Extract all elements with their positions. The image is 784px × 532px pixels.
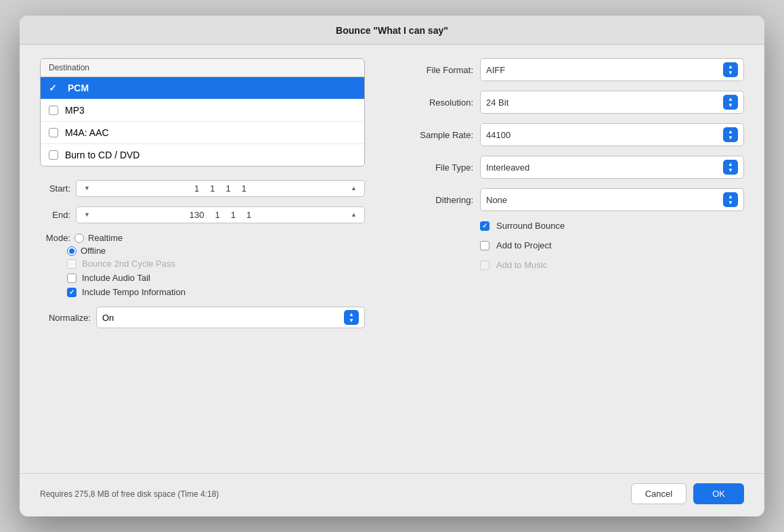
m4a-checkbox[interactable] xyxy=(49,128,58,137)
dith-up-icon: ▲ xyxy=(728,194,733,200)
file-type-label: File Type: xyxy=(392,162,473,173)
normalize-select[interactable]: On ▲ ▼ xyxy=(96,307,365,328)
offline-label: Offline xyxy=(81,246,106,256)
resolution-label: Resolution: xyxy=(392,97,473,108)
res-up-icon: ▲ xyxy=(728,97,733,102)
burncd-label: Burn to CD / DVD xyxy=(65,150,139,160)
file-format-label: File Format: xyxy=(392,65,473,75)
sr-up-icon: ▲ xyxy=(728,129,733,135)
include-audio-tail-row: Include Audio Tail xyxy=(67,273,365,283)
resolution-row: Resolution: 24 Bit ▲ ▼ xyxy=(392,91,744,114)
bounce-2nd-row: Bounce 2nd Cycle Pass xyxy=(67,259,365,269)
add-to-music-checkbox[interactable] xyxy=(480,261,489,270)
pcm-checkmark: ✓ xyxy=(49,83,61,93)
file-type-value: Interleaved xyxy=(486,162,529,173)
ok-button[interactable]: OK xyxy=(693,483,744,504)
destination-row-mp3[interactable]: MP3 xyxy=(41,99,364,122)
sr-down-icon: ▼ xyxy=(728,135,733,141)
ff-down-icon: ▼ xyxy=(728,70,733,76)
normalize-label: Normalize: xyxy=(40,313,91,323)
destination-row-m4a[interactable]: M4A: AAC xyxy=(41,122,364,144)
surround-bounce-label: Surround Bounce xyxy=(496,221,565,231)
bounce-2nd-label: Bounce 2nd Cycle Pass xyxy=(82,259,175,269)
res-down-icon: ▼ xyxy=(728,103,733,108)
add-to-project-row: Add to Project xyxy=(480,240,744,250)
start-value: 1 1 1 1 xyxy=(194,183,246,194)
pcm-label: PCM xyxy=(68,83,89,93)
include-tempo-label: Include Tempo Information xyxy=(82,287,186,297)
sample-rate-select[interactable]: 44100 ▲ ▼ xyxy=(480,123,744,146)
file-format-row: File Format: AIFF ▲ ▼ xyxy=(392,58,744,81)
dithering-label: Dithering: xyxy=(392,195,473,205)
dithering-stepper[interactable]: ▲ ▼ xyxy=(723,192,738,207)
resolution-select[interactable]: 24 Bit ▲ ▼ xyxy=(480,91,744,114)
dithering-select[interactable]: None ▲ ▼ xyxy=(480,188,744,211)
include-tempo-checkbox[interactable] xyxy=(67,288,77,297)
cancel-button[interactable]: Cancel xyxy=(631,483,687,504)
destination-row-pcm[interactable]: ✓ PCM xyxy=(41,77,364,99)
sample-rate-stepper[interactable]: ▲ ▼ xyxy=(723,127,738,142)
ft-down-icon: ▼ xyxy=(728,168,733,173)
button-group: Cancel OK xyxy=(631,483,744,504)
dithering-row: Dithering: None ▲ ▼ xyxy=(392,188,744,211)
left-panel: Destination ✓ PCM MP3 M4A: AAC xyxy=(40,58,365,466)
resolution-stepper[interactable]: ▲ ▼ xyxy=(723,95,738,110)
dith-down-icon: ▼ xyxy=(728,200,733,206)
sample-rate-label: Sample Rate: xyxy=(392,130,473,140)
right-panel: File Format: AIFF ▲ ▼ Resolution: 24 Bit… xyxy=(392,58,744,466)
normalize-row: Normalize: On ▲ ▼ xyxy=(40,307,365,328)
include-audio-tail-checkbox[interactable] xyxy=(67,273,77,283)
burncd-checkbox[interactable] xyxy=(49,150,58,160)
start-down-arrow[interactable]: ▼ xyxy=(82,185,92,192)
mp3-label: MP3 xyxy=(65,105,85,116)
resolution-value: 24 Bit xyxy=(486,97,508,108)
surround-bounce-row: Surround Bounce xyxy=(480,221,744,231)
bounce-2nd-checkbox[interactable] xyxy=(67,259,77,269)
add-to-music-label: Add to Music xyxy=(496,260,547,270)
end-up-arrow[interactable]: ▲ xyxy=(349,211,359,219)
file-format-select[interactable]: AIFF ▲ ▼ xyxy=(480,58,744,81)
include-audio-tail-label: Include Audio Tail xyxy=(82,273,150,283)
ft-up-icon: ▲ xyxy=(728,162,733,167)
file-format-value: AIFF xyxy=(486,65,505,75)
include-tempo-row: Include Tempo Information xyxy=(67,287,365,297)
normalize-up-icon: ▲ xyxy=(349,312,354,317)
disk-info: Requires 275,8 MB of free disk space (Ti… xyxy=(40,489,219,499)
file-format-stepper[interactable]: ▲ ▼ xyxy=(723,62,738,77)
sample-rate-row: Sample Rate: 44100 ▲ ▼ xyxy=(392,123,744,146)
dithering-value: None xyxy=(486,195,507,205)
mp3-checkbox[interactable] xyxy=(49,106,58,115)
destination-row-burncd[interactable]: Burn to CD / DVD xyxy=(41,144,364,166)
start-row: Start: ▼ 1 1 1 1 ▲ xyxy=(40,180,365,197)
end-row: End: ▼ 130 1 1 1 ▲ xyxy=(40,206,365,223)
normalize-stepper[interactable]: ▲ ▼ xyxy=(344,310,359,325)
destination-table: Destination ✓ PCM MP3 M4A: AAC xyxy=(40,58,365,167)
add-to-project-label: Add to Project xyxy=(496,240,552,250)
surround-bounce-checkbox[interactable] xyxy=(480,221,489,231)
add-to-project-checkbox[interactable] xyxy=(480,241,489,250)
end-field[interactable]: ▼ 130 1 1 1 ▲ xyxy=(76,206,365,223)
end-down-arrow[interactable]: ▼ xyxy=(82,211,92,219)
add-to-music-row: Add to Music xyxy=(480,260,744,270)
mode-row: Mode: Realtime xyxy=(40,233,365,243)
mode-section: Mode: Realtime Offline Bounce 2nd Cycle … xyxy=(40,233,365,297)
realtime-label: Realtime xyxy=(88,233,123,243)
m4a-label: M4A: AAC xyxy=(65,127,109,138)
dialog-title: Bounce "What I can say" xyxy=(20,16,764,45)
bounce-dialog: Bounce "What I can say" Destination ✓ PC… xyxy=(20,16,764,516)
end-label: End: xyxy=(40,210,70,220)
start-label: Start: xyxy=(40,183,70,194)
dialog-footer: Requires 275,8 MB of free disk space (Ti… xyxy=(20,473,764,516)
destination-header: Destination xyxy=(41,59,364,77)
realtime-radio[interactable] xyxy=(74,234,84,243)
normalize-value: On xyxy=(102,313,114,323)
offline-radio[interactable] xyxy=(67,246,77,256)
start-field[interactable]: ▼ 1 1 1 1 ▲ xyxy=(76,180,365,197)
normalize-down-icon: ▼ xyxy=(349,318,354,324)
sample-rate-value: 44100 xyxy=(486,130,510,140)
file-type-select[interactable]: Interleaved ▲ ▼ xyxy=(480,156,744,179)
mode-label: Mode: xyxy=(40,233,70,243)
start-up-arrow[interactable]: ▲ xyxy=(349,185,359,192)
file-type-stepper[interactable]: ▲ ▼ xyxy=(723,160,738,175)
dialog-content: Destination ✓ PCM MP3 M4A: AAC xyxy=(20,45,764,473)
